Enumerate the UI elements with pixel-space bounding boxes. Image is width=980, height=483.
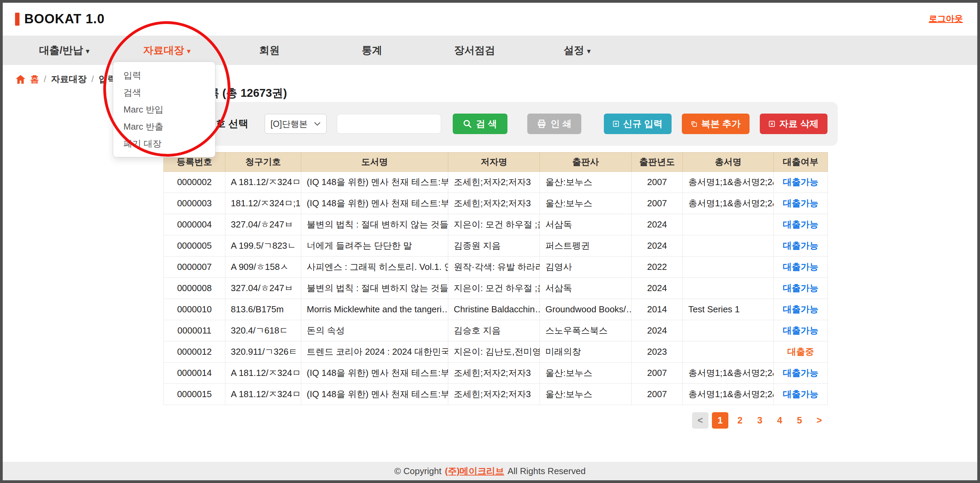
cell-author: Christine Baldacchin… [448, 299, 540, 320]
book-table: 등록번호청구기호도서명저자명출판사출판년도총서명대출여부 0000002A 18… [164, 152, 828, 405]
table-row[interactable]: 0000008327.04/ㅎ247ㅂ불변의 법칙 : 절대 변하지 않는 것들… [164, 278, 828, 299]
breadcrumb-level1[interactable]: 자료대장 [51, 73, 86, 85]
menu-item-marc-import[interactable]: Marc 반입 [113, 101, 215, 118]
table-row[interactable]: 0000010813.6/B175mMorris Micklewhite and… [164, 299, 828, 320]
search-button[interactable]: 검 색 [453, 113, 508, 134]
table-row[interactable]: 0000003181.12/ㅈ324ㅁ;1…(IQ 148을 위한) 멘사 천재… [164, 193, 828, 214]
nav-item-statistics[interactable]: 통계 [321, 43, 423, 57]
table-row[interactable]: 0000005A 199.5/ㄱ823ㄴ너에게 들려주는 단단한 말김종원 지음… [164, 235, 828, 257]
cell-publisher: Groundwood Books/… [540, 299, 632, 320]
delete-material-button[interactable]: 자료 삭제 [760, 113, 827, 134]
cell-author: 조세힌;저자2;저자3 [448, 363, 540, 384]
nav-item-collection-check[interactable]: 장서점검 [423, 43, 526, 57]
breadcrumb-separator: / [91, 74, 94, 84]
cell-call-number: 327.04/ㅎ247ㅂ [225, 278, 301, 299]
button-label: 자료 삭제 [779, 118, 819, 130]
button-label: 검 색 [476, 118, 497, 130]
materials-dropdown-menu: 입력 검색 Marc 반입 Marc 반출 폐기 대장 [113, 62, 215, 157]
page-button-3[interactable]: 3 [752, 412, 768, 429]
cell-series-title [683, 278, 774, 299]
cell-loan-status: 대출가능 [774, 172, 828, 193]
cell-loan-status: 대출가능 [774, 278, 828, 299]
cell-registration-number: 0000002 [164, 172, 225, 193]
nav-item-settings[interactable]: 설정▾ [526, 43, 628, 57]
cell-publisher: 퍼스트펭귄 [540, 235, 632, 257]
menu-item-marc-export[interactable]: Marc 반출 [113, 118, 215, 135]
cell-loan-status: 대출가능 [774, 384, 828, 405]
table-row[interactable]: 0000014A 181.12/ㅈ324ㅁ…(IQ 148을 위한) 멘사 천재… [164, 363, 828, 384]
table-row[interactable]: 0000004327.04/ㅎ247ㅂ불변의 법칙 : 절대 변하지 않는 것들… [164, 214, 828, 235]
page-button-1[interactable]: 1 [712, 412, 728, 429]
plus-square-icon [613, 120, 619, 128]
cell-registration-number: 0000004 [164, 214, 225, 235]
header: BOOKAT 1.0 로그아웃 [3, 3, 977, 35]
cell-series-title [683, 341, 774, 363]
cell-publisher: 스노우폭스북스 [540, 320, 632, 341]
new-entry-button[interactable]: 신규 입력 [604, 113, 671, 134]
add-copy-button[interactable]: 복본 추가 [682, 113, 749, 134]
cell-publication-year: 2022 [632, 257, 683, 278]
nav-item-loan-return[interactable]: 대출/반납▾ [13, 43, 116, 57]
cell-publisher: 서삼독 [540, 214, 632, 235]
cell-call-number: A 181.12/ㅈ324ㅁ… [225, 384, 301, 405]
nav-item-label: 회원 [259, 45, 280, 56]
cell-call-number: A 181.12/ㅈ324ㅁ… [225, 172, 301, 193]
cell-publication-year: 2007 [632, 193, 683, 214]
app-logo: BOOKAT 1.0 [15, 12, 105, 26]
caret-down-icon: ▾ [587, 47, 590, 56]
cell-publisher: 울산:보누스 [540, 193, 632, 214]
table-row[interactable]: 0000002A 181.12/ㅈ324ㅁ…(IQ 148을 위한) 멘사 천재… [164, 172, 828, 193]
nav-item-label: 대출/반납 [39, 45, 83, 56]
pagination-next-button[interactable]: > [811, 412, 827, 429]
material-type-select[interactable]: [O]단행본 [265, 114, 326, 134]
breadcrumb-separator: / [44, 74, 46, 84]
column-header: 대출여부 [774, 153, 828, 172]
caret-down-icon: ▾ [187, 47, 191, 56]
menu-item-disposal-ledger[interactable]: 폐기 대장 [113, 135, 215, 152]
cell-publication-year: 2024 [632, 214, 683, 235]
menu-item-search[interactable]: 검색 [113, 84, 215, 101]
cell-call-number: 320.911/ㄱ326ㅌ [225, 341, 301, 363]
cell-publisher: 울산:보누스 [540, 363, 632, 384]
cell-loan-status: 대출가능 [774, 257, 828, 278]
cell-publisher: 김영사 [540, 257, 632, 278]
cell-loan-status: 대출가능 [774, 299, 828, 320]
select-value: [O]단행본 [270, 118, 307, 130]
cell-loan-status: 대출가능 [774, 214, 828, 235]
print-button[interactable]: 인 쇄 [527, 113, 581, 134]
cell-publisher: 서삼독 [540, 278, 632, 299]
cell-publication-year: 2023 [632, 341, 683, 363]
cell-registration-number: 0000012 [164, 341, 225, 363]
cell-book-title: 너에게 들려주는 단단한 말 [301, 235, 448, 257]
cell-author: 조세힌;저자2;저자3 [448, 384, 540, 405]
cell-series-title: 총서명1;1&총서명2;2&… [683, 172, 774, 193]
menu-item-input[interactable]: 입력 [113, 67, 215, 84]
column-header: 총서명 [683, 153, 774, 172]
cell-publication-year: 2007 [632, 384, 683, 405]
table-row[interactable]: 0000015A 181.12/ㅈ324ㅁ…(IQ 148을 위한) 멘사 천재… [164, 384, 828, 405]
cell-publication-year: 2024 [632, 235, 683, 257]
company-link[interactable]: (주)메이크리브 [445, 465, 504, 477]
breadcrumb-home[interactable]: 홈 [30, 73, 39, 85]
cell-loan-status: 대출가능 [774, 193, 828, 214]
pagination-prev-button[interactable]: < [692, 412, 708, 429]
nav-item-members[interactable]: 회원 [218, 43, 321, 57]
search-icon [463, 120, 472, 128]
cell-loan-status: 대출가능 [774, 235, 828, 257]
cell-publication-year: 2014 [632, 299, 683, 320]
page-button-4[interactable]: 4 [772, 412, 788, 429]
table-row[interactable]: 0000007A 909/ㅎ158ㅅ사피엔스 : 그래픽 히스토리. Vol.1… [164, 257, 828, 278]
table-header-row: 등록번호청구기호도서명저자명출판사출판년도총서명대출여부 [164, 153, 828, 172]
logout-link[interactable]: 로그아웃 [929, 13, 963, 24]
nav-item-materials-ledger[interactable]: 자료대장▾ [116, 43, 218, 57]
cell-author: 원작·각색: 유발 하라리 ;… [448, 257, 540, 278]
page-button-2[interactable]: 2 [732, 412, 748, 429]
home-icon [16, 75, 25, 84]
nav-item-label: 설정 [563, 45, 584, 56]
cell-publication-year: 2024 [632, 320, 683, 341]
table-row[interactable]: 0000012320.911/ㄱ326ㅌ트렌드 코리아 2024 : 2024 … [164, 341, 828, 363]
search-input[interactable] [337, 114, 441, 134]
cell-series-title [683, 257, 774, 278]
table-row[interactable]: 0000011320.4/ㄱ618ㄷ돈의 속성김승호 지음스노우폭스북스2024… [164, 320, 828, 341]
page-button-5[interactable]: 5 [791, 412, 808, 429]
